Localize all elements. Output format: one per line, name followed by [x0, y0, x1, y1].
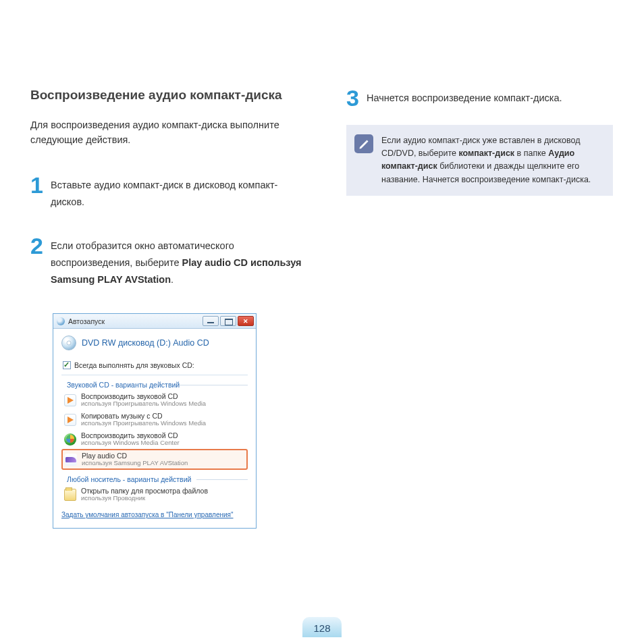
- step-1: 1 Вставьте аудио компакт-диск в дисковод…: [30, 175, 307, 210]
- close-button[interactable]: [238, 316, 254, 326]
- step-3: 3 Начнется воспроизведение компакт-диска…: [346, 88, 613, 109]
- note-text: Если аудио компакт-диск уже вставлен в д…: [381, 134, 602, 187]
- option-subtitle: используя Samsung PLAY AVStation: [82, 460, 188, 467]
- control-panel-link[interactable]: Задать умолчания автозапуска в "Панели у…: [61, 504, 248, 521]
- play-icon: [64, 414, 76, 426]
- option-subtitle: используя Проигрыватель Windows Media: [81, 400, 206, 408]
- window-titlebar: Автозапуск: [53, 314, 256, 329]
- step-number: 3: [346, 88, 361, 109]
- autoplay-option[interactable]: Копировать музыку с CD используя Проигры…: [61, 410, 248, 429]
- window-title: Автозапуск: [68, 317, 203, 325]
- folder-icon: [64, 489, 76, 501]
- page-number-badge: 128: [302, 617, 342, 637]
- drive-row: DVD RW дисковод (D:) Audio CD: [61, 336, 248, 360]
- always-checkbox-row[interactable]: Всегда выполнять для звуковых CD:: [61, 360, 248, 375]
- section-heading: Воспроизведение аудио компакт-диска: [30, 88, 307, 103]
- group-label-audio: Звуковой CD - варианты действий: [61, 375, 248, 390]
- checkbox-label: Всегда выполнять для звуковых CD:: [74, 361, 194, 369]
- autoplay-option-highlighted[interactable]: Play audio CD используя Samsung PLAY AVS…: [61, 449, 248, 470]
- option-subtitle: используя Проигрыватель Windows Media: [81, 420, 206, 427]
- option-subtitle: используя Windows Media Center: [81, 439, 180, 447]
- drive-label: DVD RW дисковод (D:) Audio CD: [82, 338, 209, 348]
- page-number: 128: [313, 622, 330, 634]
- autoplay-option[interactable]: Воспроизводить звуковой CD используя Win…: [61, 429, 248, 449]
- autoplay-window: Автозапуск DVD RW дисковод (D:) Audio CD…: [53, 313, 257, 529]
- disc-icon: [57, 317, 65, 325]
- avstation-icon: [65, 454, 77, 466]
- media-center-icon: [64, 433, 76, 446]
- play-icon: [64, 394, 76, 406]
- step-number: 1: [30, 175, 45, 196]
- autoplay-option[interactable]: Воспроизводить звуковой CD используя Про…: [61, 390, 248, 410]
- option-subtitle: используя Проводник: [81, 495, 208, 502]
- step-text: Если отобразится окно автоматического во…: [51, 236, 307, 288]
- autoplay-option[interactable]: Открыть папку для просмотра файлов испол…: [61, 485, 248, 504]
- disc-icon: [61, 336, 76, 350]
- step-2: 2 Если отобразится окно автоматического …: [30, 236, 307, 288]
- step-text: Начнется воспроизведение компакт-диска.: [367, 88, 562, 107]
- minimize-button[interactable]: [203, 316, 219, 326]
- group-label-any-media: Любой носитель - варианты действий: [61, 470, 248, 485]
- maximize-button[interactable]: [220, 316, 236, 326]
- intro-text: Для воспроизведения аудио компакт-диска …: [30, 117, 307, 148]
- step-text: Вставьте аудио компакт-диск в дисковод к…: [51, 175, 307, 210]
- note-box: Если аудио компакт-диск уже вставлен в д…: [346, 125, 613, 196]
- checkbox-icon[interactable]: [63, 361, 71, 369]
- step-number: 2: [30, 236, 45, 257]
- pencil-icon: [354, 134, 373, 153]
